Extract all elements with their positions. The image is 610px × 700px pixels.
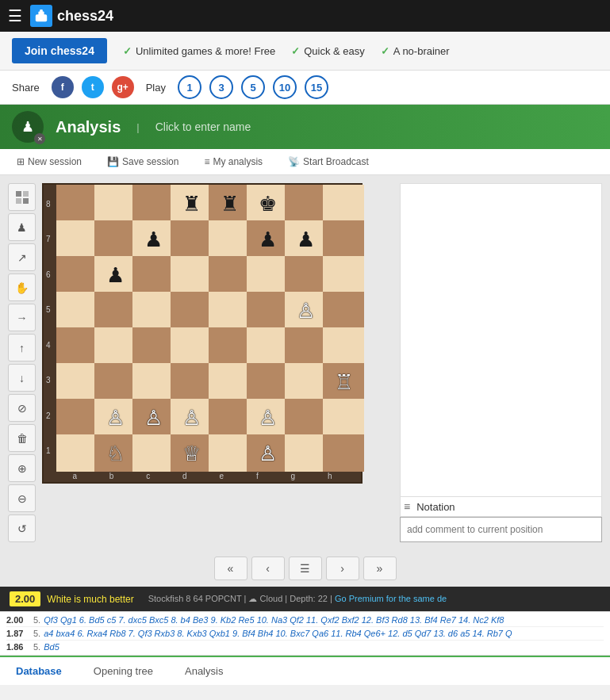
square-b1[interactable]: ♘ bbox=[94, 434, 136, 472]
square-g6[interactable] bbox=[285, 256, 326, 293]
analysis-name-input[interactable]: Click to enter name bbox=[155, 120, 251, 133]
arrow-right-button[interactable]: → bbox=[8, 304, 36, 331]
nav-last-button[interactable]: » bbox=[363, 557, 397, 580]
zoom-in-button[interactable]: ⊕ bbox=[8, 454, 36, 482]
square-c2[interactable]: ♙ bbox=[132, 399, 174, 436]
move-text-0[interactable]: Qf3 Qg1 6. Bd5 c5 7. dxc5 Bxc5 8. b4 Be3… bbox=[44, 615, 504, 625]
board-view-button[interactable] bbox=[8, 183, 36, 211]
square-e8[interactable]: ♜ bbox=[209, 185, 250, 222]
square-g3[interactable] bbox=[285, 363, 326, 400]
square-c7[interactable]: ♟ bbox=[132, 220, 174, 258]
square-b3[interactable] bbox=[94, 363, 136, 400]
play-3-button[interactable]: 3 bbox=[209, 75, 233, 99]
square-d3[interactable] bbox=[171, 363, 212, 400]
up-button[interactable]: ↑ bbox=[8, 334, 36, 361]
square-g7[interactable]: ♟ bbox=[285, 220, 326, 258]
square-f3[interactable] bbox=[247, 363, 288, 400]
square-g8[interactable] bbox=[285, 185, 326, 222]
start-broadcast-button[interactable]: 📡 Start Broadcast bbox=[283, 154, 374, 170]
share-sidebar-button[interactable]: ↗ bbox=[8, 243, 36, 271]
square-e4[interactable] bbox=[209, 327, 250, 365]
square-c3[interactable] bbox=[132, 363, 174, 400]
square-h7[interactable] bbox=[323, 220, 364, 258]
square-f8[interactable]: ♚ bbox=[247, 185, 288, 222]
play-5-button[interactable]: 5 bbox=[241, 75, 265, 99]
square-c1[interactable] bbox=[132, 434, 174, 472]
twitter-button[interactable]: t bbox=[82, 76, 104, 98]
square-e7[interactable] bbox=[209, 220, 250, 258]
square-a6[interactable] bbox=[56, 256, 98, 293]
square-c6[interactable] bbox=[132, 256, 174, 293]
zoom-out-button[interactable]: ⊖ bbox=[8, 484, 36, 512]
square-d2[interactable]: ♙ bbox=[171, 399, 212, 436]
square-d5[interactable] bbox=[171, 292, 212, 329]
pieces-button[interactable]: ♟ bbox=[8, 213, 36, 241]
square-b8[interactable] bbox=[94, 185, 136, 222]
square-f7[interactable]: ♟ bbox=[247, 220, 288, 258]
square-a4[interactable] bbox=[56, 327, 98, 365]
join-button[interactable]: Join chess24 bbox=[12, 38, 107, 63]
square-b6[interactable]: ♟ bbox=[94, 256, 136, 293]
square-c5[interactable] bbox=[132, 292, 174, 329]
googleplus-button[interactable]: g+ bbox=[112, 76, 134, 98]
square-a2[interactable] bbox=[56, 399, 98, 436]
square-f2[interactable]: ♙ bbox=[247, 399, 288, 436]
square-d6[interactable] bbox=[171, 256, 212, 293]
save-session-button[interactable]: 💾 Save session bbox=[102, 154, 183, 170]
square-g1[interactable] bbox=[285, 434, 326, 472]
square-e2[interactable] bbox=[209, 399, 250, 436]
square-h3[interactable]: ♖ bbox=[323, 363, 364, 400]
square-f4[interactable] bbox=[247, 327, 288, 365]
square-h6[interactable] bbox=[323, 256, 364, 293]
comment-input[interactable] bbox=[400, 517, 602, 542]
square-d4[interactable] bbox=[171, 327, 212, 365]
nav-next-button[interactable]: › bbox=[326, 557, 359, 580]
square-e5[interactable] bbox=[209, 292, 250, 329]
square-a8[interactable] bbox=[56, 185, 98, 222]
nav-menu-button[interactable]: ☰ bbox=[289, 557, 322, 580]
square-g5[interactable]: ♙ bbox=[285, 292, 326, 329]
square-b4[interactable] bbox=[94, 327, 136, 365]
square-h8[interactable] bbox=[323, 185, 364, 222]
square-d8[interactable]: ♜ bbox=[171, 185, 212, 222]
square-f6[interactable] bbox=[247, 256, 288, 293]
square-h1[interactable] bbox=[323, 434, 364, 472]
square-a1[interactable] bbox=[56, 434, 98, 472]
square-d7[interactable] bbox=[171, 220, 212, 258]
nav-first-button[interactable]: « bbox=[214, 557, 247, 580]
notation-label[interactable]: Notation bbox=[416, 501, 455, 513]
square-g2[interactable] bbox=[285, 399, 326, 436]
hand-tool-button[interactable]: ✋ bbox=[8, 273, 36, 301]
square-b5[interactable] bbox=[94, 292, 136, 329]
facebook-button[interactable]: f bbox=[52, 76, 74, 98]
square-h4[interactable] bbox=[323, 327, 364, 365]
square-a7[interactable] bbox=[56, 220, 98, 258]
square-b7[interactable] bbox=[94, 220, 136, 258]
clear-button[interactable]: ⊘ bbox=[8, 394, 36, 422]
down-button[interactable]: ↓ bbox=[8, 364, 36, 392]
delete-button[interactable]: 🗑 bbox=[8, 424, 36, 452]
play-15-button[interactable]: 15 bbox=[305, 75, 328, 99]
tab-analysis[interactable]: Analysis bbox=[169, 657, 239, 685]
square-a3[interactable] bbox=[56, 363, 98, 400]
square-e1[interactable] bbox=[209, 434, 250, 472]
square-f5[interactable] bbox=[247, 292, 288, 329]
play-1-button[interactable]: 1 bbox=[178, 75, 201, 99]
square-e3[interactable] bbox=[209, 363, 250, 400]
tab-database[interactable]: Database bbox=[0, 657, 78, 685]
square-h2[interactable] bbox=[323, 399, 364, 436]
new-session-button[interactable]: ⊞ New session bbox=[12, 154, 86, 170]
play-10-button[interactable]: 10 bbox=[273, 75, 297, 99]
move-text-2[interactable]: Bd5 bbox=[44, 642, 59, 652]
square-d1[interactable]: ♕ bbox=[171, 434, 212, 472]
square-f1[interactable]: ♙ bbox=[247, 434, 288, 472]
square-b2[interactable]: ♙ bbox=[94, 399, 136, 436]
rotate-button[interactable]: ↺ bbox=[8, 514, 36, 542]
square-h5[interactable] bbox=[323, 292, 364, 329]
premium-link[interactable]: Go Premium for the same de bbox=[335, 594, 447, 603]
nav-prev-button[interactable]: ‹ bbox=[251, 557, 285, 580]
hamburger-icon[interactable]: ☰ bbox=[8, 6, 22, 25]
tab-opening-tree[interactable]: Opening tree bbox=[78, 657, 169, 685]
square-c8[interactable] bbox=[132, 185, 174, 222]
square-a5[interactable] bbox=[56, 292, 98, 329]
